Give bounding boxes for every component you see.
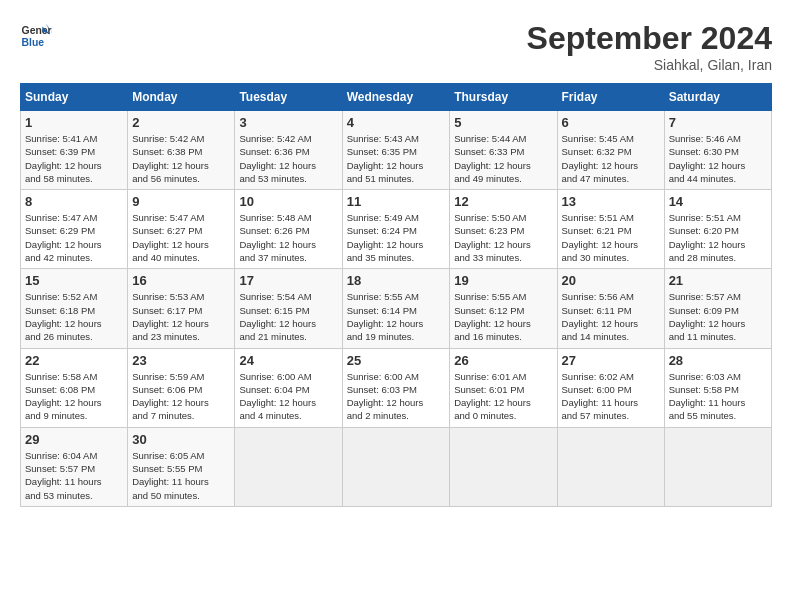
calendar-day-cell: 4Sunrise: 5:43 AM Sunset: 6:35 PM Daylig…	[342, 111, 450, 190]
calendar-day-cell: 8Sunrise: 5:47 AM Sunset: 6:29 PM Daylig…	[21, 190, 128, 269]
day-number: 29	[25, 432, 123, 447]
calendar-day-cell: 15Sunrise: 5:52 AM Sunset: 6:18 PM Dayli…	[21, 269, 128, 348]
calendar-day-cell: 27Sunrise: 6:02 AM Sunset: 6:00 PM Dayli…	[557, 348, 664, 427]
day-info: Sunrise: 5:55 AM Sunset: 6:14 PM Dayligh…	[347, 290, 446, 343]
day-number: 1	[25, 115, 123, 130]
day-number: 19	[454, 273, 552, 288]
calendar-day-cell	[342, 427, 450, 506]
weekday-header-row: SundayMondayTuesdayWednesdayThursdayFrid…	[21, 84, 772, 111]
day-number: 16	[132, 273, 230, 288]
day-info: Sunrise: 6:00 AM Sunset: 6:04 PM Dayligh…	[239, 370, 337, 423]
day-number: 11	[347, 194, 446, 209]
calendar-day-cell: 1Sunrise: 5:41 AM Sunset: 6:39 PM Daylig…	[21, 111, 128, 190]
weekday-header-cell: Friday	[557, 84, 664, 111]
day-info: Sunrise: 5:42 AM Sunset: 6:38 PM Dayligh…	[132, 132, 230, 185]
day-number: 23	[132, 353, 230, 368]
day-info: Sunrise: 5:51 AM Sunset: 6:21 PM Dayligh…	[562, 211, 660, 264]
day-info: Sunrise: 5:58 AM Sunset: 6:08 PM Dayligh…	[25, 370, 123, 423]
day-info: Sunrise: 5:57 AM Sunset: 6:09 PM Dayligh…	[669, 290, 767, 343]
calendar-day-cell: 17Sunrise: 5:54 AM Sunset: 6:15 PM Dayli…	[235, 269, 342, 348]
weekday-header-cell: Saturday	[664, 84, 771, 111]
logo: General Blue	[20, 20, 52, 52]
day-info: Sunrise: 5:49 AM Sunset: 6:24 PM Dayligh…	[347, 211, 446, 264]
day-number: 3	[239, 115, 337, 130]
calendar-day-cell: 16Sunrise: 5:53 AM Sunset: 6:17 PM Dayli…	[128, 269, 235, 348]
day-info: Sunrise: 5:43 AM Sunset: 6:35 PM Dayligh…	[347, 132, 446, 185]
day-info: Sunrise: 5:47 AM Sunset: 6:27 PM Dayligh…	[132, 211, 230, 264]
calendar-day-cell: 30Sunrise: 6:05 AM Sunset: 5:55 PM Dayli…	[128, 427, 235, 506]
day-info: Sunrise: 5:55 AM Sunset: 6:12 PM Dayligh…	[454, 290, 552, 343]
calendar-day-cell	[664, 427, 771, 506]
calendar-day-cell: 20Sunrise: 5:56 AM Sunset: 6:11 PM Dayli…	[557, 269, 664, 348]
location-subtitle: Siahkal, Gilan, Iran	[527, 57, 772, 73]
day-info: Sunrise: 5:48 AM Sunset: 6:26 PM Dayligh…	[239, 211, 337, 264]
day-info: Sunrise: 6:04 AM Sunset: 5:57 PM Dayligh…	[25, 449, 123, 502]
calendar-day-cell: 14Sunrise: 5:51 AM Sunset: 6:20 PM Dayli…	[664, 190, 771, 269]
day-number: 26	[454, 353, 552, 368]
calendar-day-cell: 26Sunrise: 6:01 AM Sunset: 6:01 PM Dayli…	[450, 348, 557, 427]
day-number: 20	[562, 273, 660, 288]
day-number: 27	[562, 353, 660, 368]
day-number: 8	[25, 194, 123, 209]
day-info: Sunrise: 6:02 AM Sunset: 6:00 PM Dayligh…	[562, 370, 660, 423]
day-number: 13	[562, 194, 660, 209]
day-number: 2	[132, 115, 230, 130]
day-info: Sunrise: 5:46 AM Sunset: 6:30 PM Dayligh…	[669, 132, 767, 185]
day-info: Sunrise: 5:56 AM Sunset: 6:11 PM Dayligh…	[562, 290, 660, 343]
calendar-day-cell: 21Sunrise: 5:57 AM Sunset: 6:09 PM Dayli…	[664, 269, 771, 348]
day-number: 14	[669, 194, 767, 209]
calendar-day-cell: 2Sunrise: 5:42 AM Sunset: 6:38 PM Daylig…	[128, 111, 235, 190]
calendar-week-row: 22Sunrise: 5:58 AM Sunset: 6:08 PM Dayli…	[21, 348, 772, 427]
day-info: Sunrise: 5:50 AM Sunset: 6:23 PM Dayligh…	[454, 211, 552, 264]
calendar-day-cell: 12Sunrise: 5:50 AM Sunset: 6:23 PM Dayli…	[450, 190, 557, 269]
calendar-day-cell: 19Sunrise: 5:55 AM Sunset: 6:12 PM Dayli…	[450, 269, 557, 348]
day-number: 24	[239, 353, 337, 368]
day-info: Sunrise: 5:44 AM Sunset: 6:33 PM Dayligh…	[454, 132, 552, 185]
svg-text:Blue: Blue	[22, 37, 45, 48]
day-info: Sunrise: 5:42 AM Sunset: 6:36 PM Dayligh…	[239, 132, 337, 185]
calendar-day-cell: 11Sunrise: 5:49 AM Sunset: 6:24 PM Dayli…	[342, 190, 450, 269]
calendar-week-row: 1Sunrise: 5:41 AM Sunset: 6:39 PM Daylig…	[21, 111, 772, 190]
day-number: 21	[669, 273, 767, 288]
calendar-day-cell: 5Sunrise: 5:44 AM Sunset: 6:33 PM Daylig…	[450, 111, 557, 190]
calendar-day-cell: 24Sunrise: 6:00 AM Sunset: 6:04 PM Dayli…	[235, 348, 342, 427]
calendar-day-cell: 13Sunrise: 5:51 AM Sunset: 6:21 PM Dayli…	[557, 190, 664, 269]
calendar-day-cell: 10Sunrise: 5:48 AM Sunset: 6:26 PM Dayli…	[235, 190, 342, 269]
calendar-day-cell: 25Sunrise: 6:00 AM Sunset: 6:03 PM Dayli…	[342, 348, 450, 427]
day-number: 28	[669, 353, 767, 368]
svg-text:General: General	[22, 25, 52, 36]
day-number: 25	[347, 353, 446, 368]
weekday-header-cell: Thursday	[450, 84, 557, 111]
calendar-day-cell: 3Sunrise: 5:42 AM Sunset: 6:36 PM Daylig…	[235, 111, 342, 190]
day-info: Sunrise: 5:45 AM Sunset: 6:32 PM Dayligh…	[562, 132, 660, 185]
calendar-week-row: 8Sunrise: 5:47 AM Sunset: 6:29 PM Daylig…	[21, 190, 772, 269]
day-info: Sunrise: 6:00 AM Sunset: 6:03 PM Dayligh…	[347, 370, 446, 423]
day-number: 22	[25, 353, 123, 368]
day-number: 17	[239, 273, 337, 288]
day-number: 4	[347, 115, 446, 130]
day-number: 7	[669, 115, 767, 130]
day-number: 12	[454, 194, 552, 209]
calendar-day-cell	[450, 427, 557, 506]
weekday-header-cell: Monday	[128, 84, 235, 111]
day-number: 5	[454, 115, 552, 130]
weekday-header-cell: Tuesday	[235, 84, 342, 111]
calendar-day-cell: 28Sunrise: 6:03 AM Sunset: 5:58 PM Dayli…	[664, 348, 771, 427]
calendar-day-cell: 7Sunrise: 5:46 AM Sunset: 6:30 PM Daylig…	[664, 111, 771, 190]
day-number: 10	[239, 194, 337, 209]
day-info: Sunrise: 5:47 AM Sunset: 6:29 PM Dayligh…	[25, 211, 123, 264]
day-number: 18	[347, 273, 446, 288]
logo-icon: General Blue	[20, 20, 52, 52]
day-info: Sunrise: 6:03 AM Sunset: 5:58 PM Dayligh…	[669, 370, 767, 423]
day-number: 9	[132, 194, 230, 209]
calendar-day-cell: 29Sunrise: 6:04 AM Sunset: 5:57 PM Dayli…	[21, 427, 128, 506]
calendar-day-cell: 18Sunrise: 5:55 AM Sunset: 6:14 PM Dayli…	[342, 269, 450, 348]
month-year-title: September 2024	[527, 20, 772, 57]
day-info: Sunrise: 5:41 AM Sunset: 6:39 PM Dayligh…	[25, 132, 123, 185]
calendar-day-cell: 9Sunrise: 5:47 AM Sunset: 6:27 PM Daylig…	[128, 190, 235, 269]
day-number: 6	[562, 115, 660, 130]
calendar-day-cell	[557, 427, 664, 506]
title-block: September 2024 Siahkal, Gilan, Iran	[527, 20, 772, 73]
calendar-day-cell: 23Sunrise: 5:59 AM Sunset: 6:06 PM Dayli…	[128, 348, 235, 427]
day-info: Sunrise: 5:53 AM Sunset: 6:17 PM Dayligh…	[132, 290, 230, 343]
